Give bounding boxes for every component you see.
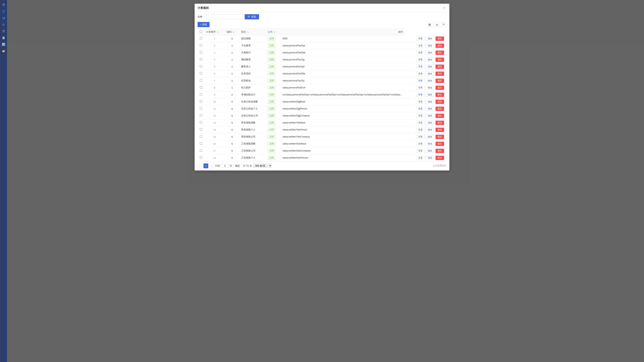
sidebar-icon-3[interactable]: 👥 — [0, 15, 7, 21]
row-checkbox[interactable] — [200, 100, 202, 103]
view-button[interactable]: 查看 — [416, 43, 425, 48]
edit-button[interactable]: 修改 — [426, 100, 434, 104]
edit-button[interactable]: 修改 — [426, 121, 434, 125]
search-button[interactable]: 🔍 搜索 — [245, 14, 259, 19]
view-button[interactable]: 查看 — [416, 86, 425, 90]
delete-button[interactable]: 删除 — [436, 149, 444, 153]
sort-status-icon[interactable]: ⇅ — [247, 31, 249, 33]
view-button[interactable]: 查看 — [416, 135, 425, 139]
edit-button[interactable]: 修改 — [426, 142, 434, 146]
sort-formula-icon[interactable]: ⇅ — [274, 31, 275, 33]
view-button[interactable]: 查看 — [416, 142, 425, 146]
edit-button[interactable]: 修改 — [426, 36, 434, 41]
row-checkbox[interactable] — [200, 135, 202, 138]
edit-button[interactable]: 修改 — [426, 72, 434, 76]
view-button[interactable]: 查看 — [416, 100, 425, 104]
view-button[interactable]: 查看 — [416, 36, 425, 41]
community-badge: 社区免费版本 — [433, 164, 446, 167]
delete-button[interactable]: 删除 — [436, 107, 444, 111]
view-button[interactable]: 查看 — [416, 72, 425, 76]
next-page-button[interactable]: › — [209, 163, 214, 168]
row-checkbox[interactable] — [200, 44, 202, 46]
row-checkbox[interactable] — [200, 107, 202, 110]
view-button[interactable]: 查看 — [416, 50, 425, 55]
sort-order-icon[interactable]: ⇅ — [217, 31, 218, 33]
delete-button[interactable]: 删除 — [436, 57, 444, 62]
delete-button[interactable]: 删除 — [436, 79, 444, 83]
row-checkbox[interactable] — [200, 93, 202, 96]
edit-button[interactable]: 修改 — [426, 43, 434, 48]
view-button[interactable]: 查看 — [416, 128, 425, 132]
sidebar-icon-1[interactable]: ☰ — [0, 1, 7, 8]
delete-button[interactable]: 删除 — [436, 36, 444, 41]
edit-button[interactable]: 修改 — [426, 64, 434, 69]
row-checkbox[interactable] — [200, 79, 202, 81]
sort-code-icon[interactable]: ⇅ — [233, 31, 234, 33]
search-input[interactable] — [206, 14, 243, 19]
view-button[interactable]: 查看 — [416, 93, 425, 97]
edit-button[interactable]: 修改 — [426, 50, 434, 55]
sidebar-icon-8[interactable]: 📁 — [0, 48, 7, 54]
delete-button[interactable]: 删除 — [436, 135, 444, 139]
delete-button[interactable]: 删除 — [436, 156, 444, 160]
row-checkbox[interactable] — [200, 37, 202, 39]
edit-button[interactable]: 修改 — [426, 79, 434, 83]
view-button[interactable]: 查看 — [416, 64, 425, 69]
edit-button[interactable]: 修改 — [426, 57, 434, 62]
delete-button[interactable]: 删除 — [436, 100, 444, 104]
delete-button[interactable]: 删除 — [436, 121, 444, 125]
view-button[interactable]: 查看 — [416, 114, 425, 118]
row-checkbox[interactable] — [200, 156, 202, 159]
delete-button[interactable]: 删除 — [436, 86, 444, 90]
view-button[interactable]: 查看 — [416, 79, 425, 83]
sidebar-icon-7[interactable]: 📊 — [0, 41, 7, 48]
edit-button[interactable]: 修改 — [426, 86, 434, 90]
row-checkbox[interactable] — [200, 128, 202, 131]
edit-button[interactable]: 修改 — [426, 114, 434, 118]
edit-button[interactable]: 修改 — [426, 93, 434, 97]
delete-button[interactable]: 删除 — [436, 43, 444, 48]
prev-page-button[interactable]: ‹ — [198, 163, 202, 168]
columns-button[interactable]: ▦ — [427, 22, 432, 27]
delete-button[interactable]: 删除 — [436, 64, 444, 69]
select-all-checkbox[interactable] — [200, 30, 202, 33]
close-button[interactable]: × — [442, 6, 446, 10]
delete-button[interactable]: 删除 — [436, 93, 444, 97]
sidebar-icon-5[interactable]: ☰ — [0, 28, 7, 34]
row-checkbox[interactable] — [200, 72, 202, 74]
delete-button[interactable]: 删除 — [436, 114, 444, 118]
sidebar-icon-6[interactable]: 📋 — [0, 35, 7, 41]
goto-page-input[interactable] — [221, 164, 228, 168]
page-1-button[interactable]: 1 — [204, 163, 208, 168]
delete-button[interactable]: 删除 — [436, 50, 444, 55]
edit-button[interactable]: 修改 — [426, 135, 434, 139]
row-status: 启用 — [266, 112, 281, 119]
view-button[interactable]: 查看 — [416, 121, 425, 125]
print-button[interactable]: 🖨 — [434, 22, 440, 27]
delete-button[interactable]: 删除 — [436, 128, 444, 132]
sidebar-icon-4[interactable]: ⊙ — [0, 21, 7, 28]
view-button[interactable]: 查看 — [416, 156, 425, 160]
row-checkbox[interactable] — [200, 142, 202, 145]
row-checkbox[interactable] — [200, 51, 202, 53]
row-checkbox[interactable] — [200, 121, 202, 124]
add-button[interactable]: + 新建 — [198, 22, 210, 27]
view-button[interactable]: 查看 — [416, 107, 425, 111]
row-checkbox[interactable] — [200, 86, 202, 88]
edit-button[interactable]: 修改 — [426, 107, 434, 111]
refresh-button[interactable]: ↻ — [441, 22, 446, 27]
row-checkbox[interactable] — [200, 58, 202, 60]
edit-button[interactable]: 修改 — [426, 156, 434, 160]
delete-button[interactable]: 删除 — [436, 142, 444, 146]
sidebar-icon-2[interactable]: 👤 — [0, 8, 7, 14]
page-size-select[interactable]: 100 条/页 200 条/页 300 条/页 500 条/页 — [253, 164, 272, 168]
row-checkbox[interactable] — [200, 114, 202, 117]
goto-confirm-button[interactable]: 确定 — [233, 164, 242, 168]
view-button[interactable]: 查看 — [416, 57, 425, 62]
edit-button[interactable]: 修改 — [426, 149, 434, 153]
delete-button[interactable]: 删除 — [436, 72, 444, 76]
row-checkbox[interactable] — [200, 149, 202, 152]
row-checkbox[interactable] — [200, 65, 202, 67]
edit-button[interactable]: 修改 — [426, 128, 434, 132]
view-button[interactable]: 查看 — [416, 149, 425, 153]
